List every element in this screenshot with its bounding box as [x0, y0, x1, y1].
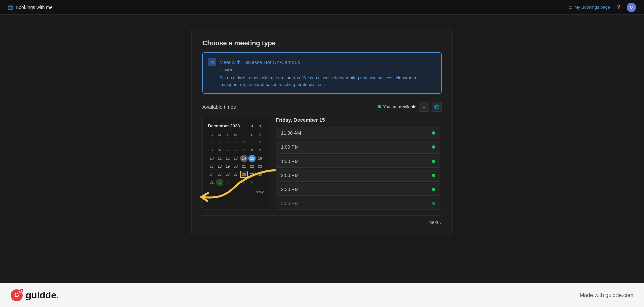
- time-slot-1130am[interactable]: 11:30 AM: [276, 127, 440, 139]
- list-view-button[interactable]: ≡: [419, 102, 429, 112]
- nav-right: ▤ My Bookings page ? U: [568, 3, 636, 12]
- cal-day-29[interactable]: 29: [248, 171, 256, 178]
- day-header-tue: T: [224, 133, 231, 138]
- cal-day-4[interactable]: 4: [216, 146, 223, 154]
- guidde-badge: 8: [19, 288, 24, 293]
- available-times-header: Available times You are available ≡ 🌐: [202, 102, 442, 112]
- cal-day-jan6[interactable]: 6: [248, 179, 256, 186]
- bookings-page-icon: ▤: [568, 5, 572, 10]
- cal-day-28[interactable]: 28: [240, 171, 248, 178]
- calendar-week-5: 24 25 26 27 28 29 30: [208, 171, 264, 178]
- cal-day-12[interactable]: 12: [224, 155, 231, 162]
- availability-dot-300pm: [432, 202, 435, 205]
- my-bookings-link[interactable]: ▤ My Bookings page: [568, 5, 610, 10]
- availability-status: You are available: [383, 104, 416, 109]
- next-button-label: Next: [429, 220, 438, 225]
- calendar-week-4: 17 18 19 20 21 22 23: [208, 163, 264, 170]
- my-bookings-label: My Bookings page: [574, 5, 610, 10]
- cal-day-nov29[interactable]: 29: [232, 138, 239, 146]
- day-header-mon: M: [216, 133, 223, 138]
- time-slot-230pm[interactable]: 2:30 PM: [276, 183, 440, 196]
- day-header-wed: W: [232, 133, 239, 138]
- calendar-prev-button[interactable]: ▲: [249, 123, 256, 129]
- calendar-week-1: 26 27 28 29 30 1 2: [208, 138, 264, 146]
- cal-day-jan4[interactable]: 4: [232, 179, 239, 186]
- cal-day-2[interactable]: 2: [256, 138, 264, 146]
- cal-day-31[interactable]: 31: [208, 179, 215, 186]
- cal-day-26[interactable]: 26: [224, 171, 231, 178]
- available-times-label: Available times: [202, 104, 236, 110]
- cal-day-30[interactable]: 30: [256, 171, 264, 178]
- meeting-card-header: ▤ Meet with LaNessa Hof On-Campus: [208, 58, 436, 66]
- time-slot-label-200pm: 2:00 PM: [281, 173, 299, 178]
- nav-left: ▤ Bookings with me: [8, 4, 53, 10]
- panel-footer: Next ›: [202, 215, 442, 225]
- meeting-title: Meet with LaNessa Hof On-Campus: [219, 59, 300, 65]
- guidde-footer: G 8 guidde. Made with guidde.com: [0, 283, 644, 307]
- availability-dot-230pm: [432, 188, 435, 191]
- availability-dot-130pm: [432, 160, 435, 163]
- header-controls: You are available ≡ 🌐: [378, 102, 442, 112]
- user-avatar[interactable]: U: [627, 3, 636, 12]
- availability-dot-200pm: [432, 174, 435, 177]
- time-slot-label-130pm: 1:30 PM: [281, 159, 299, 164]
- cal-day-19[interactable]: 19: [224, 163, 231, 170]
- time-slot-300pm[interactable]: 3:00 PM: [276, 197, 440, 210]
- cal-day-18[interactable]: 18: [216, 163, 223, 170]
- time-slot-130pm[interactable]: 1:30 PM: [276, 155, 440, 168]
- time-slot-label-100pm: 1:00 PM: [281, 144, 299, 150]
- cal-day-6[interactable]: 6: [232, 146, 239, 154]
- cal-day-23[interactable]: 23: [256, 163, 264, 170]
- today-button[interactable]: Today: [254, 190, 264, 194]
- cal-day-jan2[interactable]: 2: [216, 179, 223, 186]
- selected-date-label: Friday, December 15: [276, 117, 442, 123]
- guidde-badge-count: 8: [20, 289, 22, 292]
- cal-day-10[interactable]: 10: [208, 155, 215, 162]
- cal-day-15[interactable]: 15: [248, 155, 256, 162]
- section-title: Choose a meeting type: [202, 39, 442, 47]
- day-header-thu: T: [240, 133, 248, 138]
- cal-day-25[interactable]: 25: [216, 171, 223, 178]
- cal-day-16[interactable]: 16: [256, 155, 264, 162]
- cal-day-1[interactable]: 1: [248, 138, 256, 146]
- day-header-sun: S: [208, 133, 215, 138]
- guidde-brand-name: guidde.: [25, 290, 59, 301]
- cal-day-jan5[interactable]: 5: [240, 179, 248, 186]
- next-button[interactable]: Next ›: [429, 220, 442, 225]
- availability-dot-100pm: [432, 145, 435, 149]
- cal-day-nov30[interactable]: 30: [240, 138, 248, 146]
- cal-day-22[interactable]: 22: [248, 163, 256, 170]
- cal-day-21[interactable]: 21: [240, 163, 248, 170]
- help-button[interactable]: ?: [617, 4, 620, 10]
- calendar-next-button[interactable]: ▼: [257, 123, 264, 129]
- cal-day-13[interactable]: 13: [232, 155, 239, 162]
- cal-day-20[interactable]: 20: [232, 163, 239, 170]
- calendar-header: December 2023 ▲ ▼: [208, 123, 264, 129]
- cal-day-nov26[interactable]: 26: [208, 138, 215, 146]
- cal-day-9[interactable]: 9: [256, 146, 264, 154]
- time-slot-200pm[interactable]: 2:00 PM: [276, 169, 440, 182]
- time-slot-label-300pm: 3:00 PM: [281, 201, 299, 206]
- cal-day-27[interactable]: 27: [232, 171, 239, 178]
- cal-day-jan3[interactable]: 3: [224, 179, 231, 186]
- booking-panel: Choose a meeting type ▤ Meet with LaNess…: [191, 28, 453, 236]
- cal-day-11[interactable]: 11: [216, 155, 223, 162]
- cal-day-14[interactable]: 14: [240, 155, 248, 162]
- globe-button[interactable]: 🌐: [432, 102, 442, 112]
- cal-day-17[interactable]: 17: [208, 163, 215, 170]
- meeting-card[interactable]: ▤ Meet with LaNessa Hof On-Campus 30 MIN…: [202, 52, 442, 94]
- available-dot: [378, 105, 381, 108]
- cal-day-5[interactable]: 5: [224, 146, 231, 154]
- time-slot-label-1130am: 11:30 AM: [281, 130, 301, 136]
- top-navigation: ▤ Bookings with me ▤ My Bookings page ? …: [0, 0, 644, 15]
- cal-day-8[interactable]: 8: [248, 146, 256, 154]
- time-slot-100pm[interactable]: 1:00 PM: [276, 141, 440, 154]
- main-content: Choose a meeting type ▤ Meet with LaNess…: [0, 15, 644, 243]
- cal-day-nov28[interactable]: 28: [224, 138, 231, 146]
- guidde-g-icon: G 8: [11, 289, 23, 301]
- cal-day-7[interactable]: 7: [240, 146, 248, 154]
- cal-day-jan7[interactable]: 7: [256, 179, 264, 186]
- cal-day-nov27[interactable]: 27: [216, 138, 223, 146]
- cal-day-3[interactable]: 3: [208, 146, 215, 154]
- cal-day-24[interactable]: 24: [208, 171, 215, 178]
